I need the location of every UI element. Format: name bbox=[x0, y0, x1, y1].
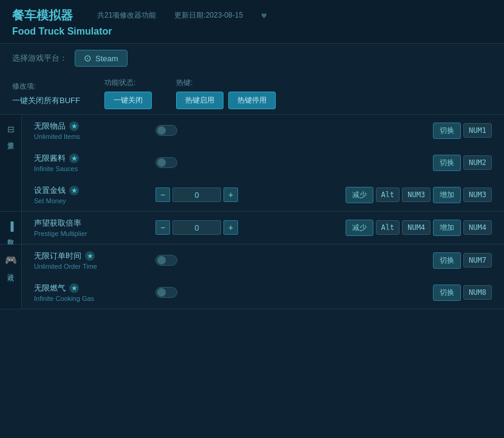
steam-label: Steam bbox=[95, 54, 118, 63]
hotkey-increase-btn[interactable]: 增加 bbox=[433, 187, 461, 203]
steam-logo-icon: ⊙ bbox=[84, 53, 92, 64]
toolbar-hotkey-col: 热键: 热键启用 热键停用 bbox=[176, 78, 276, 109]
header-top: 餐车模拟器 共21项修改器功能 更新日期:2023-08-15 ♥ bbox=[12, 7, 492, 24]
mod-info-prestige: 声望获取倍率 Prestige Multiplier bbox=[34, 218, 155, 237]
mod-info-cooking-gas: 无限燃气 ★ Infinite Cooking Gas bbox=[34, 283, 155, 302]
resources-icon: ⊟ bbox=[7, 124, 15, 134]
mod-name-en: Set Money bbox=[34, 197, 155, 204]
app-container: 餐车模拟器 共21项修改器功能 更新日期:2023-08-15 ♥ Food T… bbox=[0, 0, 504, 309]
resources-label: 资源 bbox=[6, 136, 15, 139]
data-with-sidebar: ▐ 数据 声望获取倍率 Prestige Multiplier − bbox=[0, 212, 504, 244]
table-row: 设置金钱 ★ Set Money − + bbox=[22, 179, 504, 211]
mod-info-set-money: 设置金钱 ★ Set Money bbox=[34, 185, 155, 204]
hotkey-num3-key2: NUM3 bbox=[463, 187, 492, 202]
hotkey-switch-btn[interactable]: 切换 bbox=[433, 252, 461, 269]
resources-content: 无限物品 ★ Unlimited Items 切换 NU bbox=[22, 115, 504, 211]
gameplay-with-sidebar: 🎮 游戏 无限订单时间 ★ Unlimited Order Time bbox=[0, 244, 504, 309]
close-all-button[interactable]: 一键关闭 bbox=[104, 92, 152, 109]
mod-name-en: Unlimited Items bbox=[34, 133, 155, 140]
hotkey-num4-key2: NUM4 bbox=[463, 220, 492, 235]
hotkey-disable-button[interactable]: 热键停用 bbox=[228, 92, 276, 109]
gameplay-content: 无限订单时间 ★ Unlimited Order Time 切换 NUM7 bbox=[22, 244, 504, 309]
decrement-button[interactable]: − bbox=[155, 220, 170, 235]
mod-name-cn: 设置金钱 ★ bbox=[34, 185, 155, 196]
hotkey-decrease-btn[interactable]: 减少 bbox=[346, 187, 373, 203]
mod-name-cn: 无限订单时间 ★ bbox=[34, 251, 155, 261]
mod-name-en: Infinite Cooking Gas bbox=[34, 295, 155, 302]
decrement-button[interactable]: − bbox=[155, 187, 170, 202]
mod-name-cn: 无限燃气 ★ bbox=[34, 283, 155, 294]
hotkey-alt-key: Alt bbox=[376, 220, 400, 235]
mod-name-cn: 无限物品 ★ bbox=[34, 121, 155, 132]
update-date: 更新日期:2023-08-15 bbox=[174, 10, 243, 21]
game-title-en: Food Truck Simulator bbox=[12, 26, 492, 37]
game-title-cn: 餐车模拟器 bbox=[12, 7, 73, 24]
resources-section: ⊟ 资源 无限物品 ★ Unlimited Items bbox=[0, 115, 504, 212]
num-control-money: − + bbox=[155, 187, 238, 202]
hotkey-area: 切换 NUM1 bbox=[433, 123, 492, 139]
toggle-unlimited-items[interactable] bbox=[155, 125, 177, 136]
increment-button[interactable]: + bbox=[223, 220, 238, 235]
mod-control-number: − + bbox=[155, 220, 333, 235]
heart-icon[interactable]: ♥ bbox=[261, 10, 267, 21]
toggle-cooking-gas[interactable] bbox=[155, 287, 177, 298]
hotkey-key: NUM8 bbox=[463, 285, 492, 300]
hotkey-key: NUM7 bbox=[463, 253, 492, 268]
toggle-infinite-sauces[interactable] bbox=[155, 157, 177, 168]
gameplay-section: 🎮 游戏 无限订单时间 ★ Unlimited Order Time bbox=[0, 244, 504, 309]
hotkey-switch-btn[interactable]: 切换 bbox=[433, 123, 461, 139]
mod-name-en: Prestige Multiplier bbox=[34, 230, 155, 237]
money-input[interactable] bbox=[172, 187, 221, 202]
hotkey-label: 热键: bbox=[176, 78, 276, 88]
header: 餐车模拟器 共21项修改器功能 更新日期:2023-08-15 ♥ Food T… bbox=[0, 0, 504, 44]
status-label: 功能状态: bbox=[104, 78, 152, 88]
mod-name: 一键关闭所有BUFF bbox=[12, 95, 80, 106]
steam-button[interactable]: ⊙ Steam bbox=[75, 50, 128, 67]
resources-sidebar: ⊟ 资源 bbox=[0, 115, 22, 211]
hotkey-area: 切换 NUM8 bbox=[433, 285, 492, 301]
toggle-order-time[interactable] bbox=[155, 255, 177, 266]
hotkey-switch-btn[interactable]: 切换 bbox=[433, 155, 461, 171]
star-icon: ★ bbox=[69, 153, 79, 163]
hotkey-area: 减少 Alt NUM3 增加 NUM3 bbox=[346, 187, 492, 203]
table-row: 无限物品 ★ Unlimited Items 切换 NU bbox=[22, 115, 504, 147]
toggle-knob bbox=[157, 288, 166, 297]
table-row: 声望获取倍率 Prestige Multiplier − + 减少 Alt bbox=[22, 212, 504, 244]
data-section: ▐ 数据 声望获取倍率 Prestige Multiplier − bbox=[0, 212, 504, 244]
mod-info-infinite-sauces: 无限酱料 ★ Infinite Sauces bbox=[34, 153, 155, 172]
toolbar: 修改项: 一键关闭所有BUFF 功能状态: 一键关闭 热键: 热键启用 热键停用 bbox=[0, 73, 504, 115]
hotkey-area: 切换 NUM2 bbox=[433, 155, 492, 171]
data-label: 数据 bbox=[6, 234, 15, 236]
mod-label: 修改项: bbox=[12, 81, 80, 92]
toggle-knob bbox=[157, 256, 166, 264]
gameplay-label: 游戏 bbox=[6, 268, 15, 271]
star-icon: ★ bbox=[69, 186, 79, 195]
table-row: 无限订单时间 ★ Unlimited Order Time 切换 NUM7 bbox=[22, 244, 504, 277]
main-content: ⊟ 资源 无限物品 ★ Unlimited Items bbox=[0, 115, 504, 212]
resources-with-sidebar: ⊟ 资源 无限物品 ★ Unlimited Items bbox=[0, 115, 504, 211]
hotkey-increase-btn[interactable]: 增加 bbox=[433, 220, 461, 236]
increment-button[interactable]: + bbox=[223, 187, 238, 202]
hotkey-area: 减少 Alt NUM4 增加 NUM4 bbox=[346, 220, 492, 236]
mod-count: 共21项修改器功能 bbox=[97, 10, 156, 21]
mod-name-en: Unlimited Order Time bbox=[34, 263, 155, 270]
hotkey-num3-key: NUM3 bbox=[402, 187, 431, 202]
toggle-knob bbox=[157, 158, 166, 167]
hotkey-decrease-btn[interactable]: 减少 bbox=[346, 220, 373, 236]
mod-name-cn: 无限酱料 ★ bbox=[34, 153, 155, 164]
table-row: 无限酱料 ★ Infinite Sauces 切换 NU bbox=[22, 147, 504, 179]
hotkey-enable-button[interactable]: 热键启用 bbox=[176, 92, 223, 109]
data-content: 声望获取倍率 Prestige Multiplier − + 减少 Alt bbox=[22, 212, 504, 244]
hotkey-key: NUM2 bbox=[463, 155, 492, 170]
toggle-knob bbox=[157, 126, 166, 135]
header-meta: 共21项修改器功能 更新日期:2023-08-15 ♥ bbox=[97, 10, 267, 21]
num-control-prestige: − + bbox=[155, 220, 238, 235]
star-icon: ★ bbox=[85, 251, 95, 261]
hotkey-switch-btn[interactable]: 切换 bbox=[433, 285, 461, 301]
prestige-input[interactable] bbox=[172, 220, 221, 235]
mod-control-number: − + bbox=[155, 187, 333, 202]
platform-row: 选择游戏平台： ⊙ Steam bbox=[0, 44, 504, 73]
table-row: 无限燃气 ★ Infinite Cooking Gas 切换 NUM8 bbox=[22, 277, 504, 309]
gameplay-icon: 🎮 bbox=[5, 254, 17, 266]
star-icon: ★ bbox=[69, 121, 79, 131]
